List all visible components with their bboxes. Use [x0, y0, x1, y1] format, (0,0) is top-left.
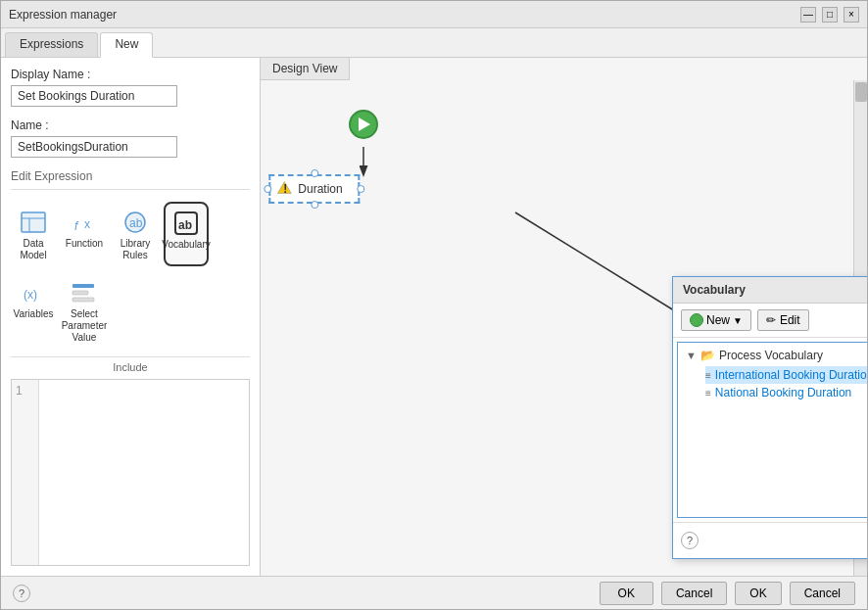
bottom-left: ? [13, 585, 30, 602]
help-button[interactable]: ? [13, 585, 30, 602]
international-booking-label: International Booking Duration [715, 368, 867, 382]
new-circle-icon [690, 313, 703, 327]
toolbar-variables[interactable]: (x) Variables [11, 272, 56, 349]
list-icon-international: ≡ [705, 370, 711, 381]
line-numbers: 1 [12, 380, 39, 565]
data-model-icon [18, 207, 49, 238]
vocab-edit-button[interactable]: ✏ Edit [757, 309, 809, 331]
line-number-1: 1 [16, 384, 34, 398]
svg-text:(x): (x) [24, 288, 37, 302]
vocab-tree: ▼ 📂 Process Vocabulary ≡ International B… [677, 342, 867, 518]
vocab-footer: ? Ok Cancel [673, 522, 867, 558]
library-rules-icon: ab [120, 207, 151, 238]
warning-icon: ! [276, 181, 292, 198]
minimize-button[interactable]: — [800, 7, 816, 23]
vocab-new-button[interactable]: New ▼ [681, 309, 751, 331]
vocab-toolbar: New ▼ ✏ Edit [673, 304, 867, 338]
display-name-input[interactable] [11, 85, 177, 107]
toolbar-function[interactable]: f x Function [62, 202, 107, 266]
include-label: Include [11, 356, 250, 373]
toolbar-select-parameter[interactable]: SelectParameterValue [62, 272, 107, 349]
library-rules-label: LibraryRules [121, 238, 151, 261]
vocab-help-button[interactable]: ? [681, 532, 699, 549]
svg-rect-0 [22, 212, 45, 232]
svg-rect-10 [72, 284, 94, 288]
close-button[interactable]: × [844, 7, 859, 23]
list-icon-national: ≡ [705, 388, 711, 399]
window-title: Expression manager [9, 8, 117, 22]
function-label: Function [66, 238, 103, 250]
tab-expressions[interactable]: Expressions [5, 32, 98, 57]
left-panel: Display Name : Name : Edit Expression [1, 58, 261, 576]
editor-area[interactable]: 1 [11, 379, 250, 566]
dropdown-arrow-icon: ▼ [733, 315, 743, 326]
process-vocabulary-label: Process Vocabulary [719, 349, 823, 362]
tree-item-international[interactable]: ≡ International Booking Duration [705, 366, 867, 384]
node-handle-left [264, 185, 271, 193]
vocabulary-popup: Vocabulary × New ▼ ✏ Edit [672, 276, 867, 559]
bottom-bar: ? OK Cancel OK Cancel [1, 576, 867, 609]
display-name-label: Display Name : [11, 68, 250, 81]
svg-text:f: f [74, 219, 79, 233]
bottom-buttons: OK Cancel OK Cancel [600, 582, 855, 605]
expression-manager-window: Expression manager — □ × Expressions New… [0, 0, 868, 610]
edit-expression-header: Edit Expression [11, 169, 250, 190]
design-view-tab[interactable]: Design View [261, 58, 350, 80]
design-canvas: ! Duration Voc [261, 80, 867, 576]
svg-line-15 [515, 212, 682, 315]
vocabulary-icon: ab [170, 208, 202, 239]
svg-rect-11 [72, 291, 88, 295]
node-handle-right [358, 185, 365, 193]
national-booking-label: National Booking Duration [715, 386, 851, 399]
data-model-label: DataModel [20, 238, 46, 261]
function-icon: f x [69, 207, 100, 238]
select-parameter-icon [69, 277, 100, 308]
ok2-button[interactable]: OK [735, 582, 781, 605]
svg-text:!: ! [283, 182, 287, 195]
name-group: Name : [11, 118, 250, 158]
cancel-button[interactable]: Cancel [661, 582, 727, 605]
ok-button[interactable]: OK [600, 582, 653, 605]
tree-expand-icon[interactable]: ▼ [686, 350, 697, 361]
toolbar-library-rules[interactable]: ab LibraryRules [113, 202, 158, 266]
variables-icon: (x) [18, 277, 49, 308]
main-content: Display Name : Name : Edit Expression [1, 58, 867, 576]
svg-text:ab: ab [129, 216, 143, 230]
edit-label: Edit [780, 313, 800, 327]
cancel2-button[interactable]: Cancel [790, 582, 855, 605]
tree-root-item: ▼ 📂 Process Vocabulary [686, 349, 867, 362]
toolbar-vocabulary[interactable]: ab Vocabulary [164, 202, 209, 266]
svg-text:x: x [84, 217, 90, 231]
variables-label: Variables [14, 308, 54, 320]
scrollbar-thumb [855, 82, 867, 102]
select-parameter-label: SelectParameterValue [62, 308, 108, 344]
vocab-title-bar: Vocabulary × [673, 277, 867, 304]
vocabulary-label: Vocabulary [162, 239, 210, 251]
new-label: New [706, 313, 730, 327]
start-node [349, 110, 378, 139]
vocab-title: Vocabulary [683, 283, 746, 297]
duration-node[interactable]: ! Duration [268, 174, 360, 204]
right-panel: Design View [261, 58, 867, 576]
node-handle-top [311, 169, 318, 177]
svg-text:ab: ab [178, 218, 192, 232]
name-input[interactable] [11, 136, 177, 158]
expression-toolbar: DataModel f x Function [11, 198, 250, 352]
duration-node-label: Duration [298, 182, 342, 196]
tree-item-national[interactable]: ≡ National Booking Duration [705, 384, 867, 401]
maximize-button[interactable]: □ [822, 7, 838, 23]
svg-rect-12 [72, 298, 94, 302]
name-label: Name : [11, 118, 250, 132]
play-icon [359, 117, 370, 131]
display-name-group: Display Name : [11, 68, 250, 107]
tab-new[interactable]: New [100, 32, 153, 58]
tree-children: ≡ International Booking Duration ≡ Natio… [686, 366, 867, 401]
folder-open-icon: 📂 [700, 349, 715, 362]
tab-bar: Expressions New [1, 28, 867, 58]
start-circle [349, 110, 378, 139]
title-bar: Expression manager — □ × [1, 1, 867, 28]
toolbar-data-model[interactable]: DataModel [11, 202, 56, 266]
pencil-icon: ✏ [766, 313, 776, 327]
title-bar-controls: — □ × [800, 7, 859, 23]
node-handle-bottom [311, 201, 318, 209]
